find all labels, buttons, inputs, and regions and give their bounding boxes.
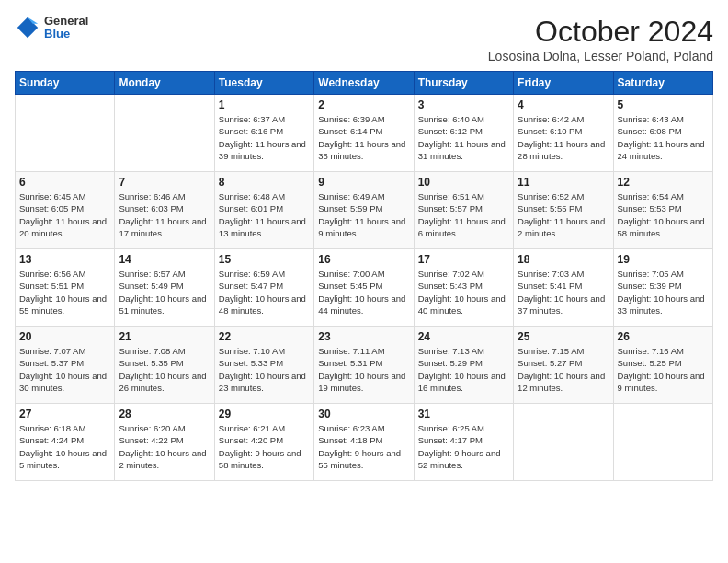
day-info: Sunrise: 6:49 AM Sunset: 5:59 PM Dayligh… bbox=[318, 190, 409, 239]
day-cell: 21Sunrise: 7:08 AM Sunset: 5:35 PM Dayli… bbox=[115, 327, 214, 404]
day-cell: 12Sunrise: 6:54 AM Sunset: 5:53 PM Dayli… bbox=[613, 172, 712, 249]
location-title: Lososina Dolna, Lesser Poland, Poland bbox=[488, 49, 713, 63]
day-cell: 5Sunrise: 6:43 AM Sunset: 6:08 PM Daylig… bbox=[613, 95, 712, 172]
day-number: 15 bbox=[219, 253, 310, 266]
day-cell: 22Sunrise: 7:10 AM Sunset: 5:33 PM Dayli… bbox=[214, 327, 313, 404]
day-info: Sunrise: 6:42 AM Sunset: 6:10 PM Dayligh… bbox=[518, 113, 609, 162]
day-number: 9 bbox=[318, 176, 409, 189]
day-cell: 14Sunrise: 6:57 AM Sunset: 5:49 PM Dayli… bbox=[115, 249, 214, 327]
day-cell: 27Sunrise: 6:18 AM Sunset: 4:24 PM Dayli… bbox=[16, 404, 115, 481]
day-number: 19 bbox=[618, 253, 709, 266]
day-number: 10 bbox=[418, 176, 509, 189]
header-cell-sunday: Sunday bbox=[16, 72, 115, 95]
day-number: 12 bbox=[618, 176, 709, 189]
day-cell: 1Sunrise: 6:37 AM Sunset: 6:16 PM Daylig… bbox=[214, 95, 313, 172]
day-number: 2 bbox=[318, 98, 409, 111]
calendar-table: SundayMondayTuesdayWednesdayThursdayFrid… bbox=[15, 71, 713, 481]
day-number: 30 bbox=[318, 408, 409, 420]
header-cell-monday: Monday bbox=[115, 72, 214, 95]
day-info: Sunrise: 6:20 AM Sunset: 4:22 PM Dayligh… bbox=[119, 422, 210, 471]
header-cell-thursday: Thursday bbox=[414, 72, 513, 95]
day-info: Sunrise: 6:21 AM Sunset: 4:20 PM Dayligh… bbox=[219, 422, 310, 471]
day-info: Sunrise: 7:03 AM Sunset: 5:41 PM Dayligh… bbox=[518, 268, 609, 316]
day-number: 28 bbox=[119, 408, 210, 420]
page-header: General Blue October 2024 Lososina Dolna… bbox=[15, 15, 713, 63]
week-row-5: 27Sunrise: 6:18 AM Sunset: 4:24 PM Dayli… bbox=[16, 404, 713, 481]
calendar-body: 1Sunrise: 6:37 AM Sunset: 6:16 PM Daylig… bbox=[16, 95, 713, 481]
day-cell: 9Sunrise: 6:49 AM Sunset: 5:59 PM Daylig… bbox=[314, 172, 414, 249]
day-cell: 10Sunrise: 6:51 AM Sunset: 5:57 PM Dayli… bbox=[414, 172, 513, 249]
day-info: Sunrise: 7:10 AM Sunset: 5:33 PM Dayligh… bbox=[219, 345, 310, 394]
day-number: 3 bbox=[418, 98, 509, 111]
day-number: 18 bbox=[518, 253, 609, 266]
day-number: 23 bbox=[318, 330, 409, 343]
day-info: Sunrise: 6:59 AM Sunset: 5:47 PM Dayligh… bbox=[219, 268, 310, 316]
header-cell-wednesday: Wednesday bbox=[314, 72, 414, 95]
day-number: 17 bbox=[418, 253, 509, 266]
month-title: October 2024 bbox=[488, 15, 713, 49]
day-info: Sunrise: 7:02 AM Sunset: 5:43 PM Dayligh… bbox=[418, 268, 509, 316]
day-info: Sunrise: 7:16 AM Sunset: 5:25 PM Dayligh… bbox=[618, 345, 709, 394]
day-cell: 6Sunrise: 6:45 AM Sunset: 6:05 PM Daylig… bbox=[16, 172, 115, 249]
day-number: 16 bbox=[318, 253, 409, 266]
day-number: 26 bbox=[618, 330, 709, 343]
day-number: 7 bbox=[119, 176, 210, 189]
day-info: Sunrise: 6:39 AM Sunset: 6:14 PM Dayligh… bbox=[318, 113, 409, 162]
day-cell: 23Sunrise: 7:11 AM Sunset: 5:31 PM Dayli… bbox=[314, 327, 414, 404]
day-cell: 29Sunrise: 6:21 AM Sunset: 4:20 PM Dayli… bbox=[214, 404, 313, 481]
header-cell-friday: Friday bbox=[514, 72, 613, 95]
day-cell: 25Sunrise: 7:15 AM Sunset: 5:27 PM Dayli… bbox=[514, 327, 613, 404]
week-row-2: 6Sunrise: 6:45 AM Sunset: 6:05 PM Daylig… bbox=[16, 172, 713, 249]
day-info: Sunrise: 7:08 AM Sunset: 5:35 PM Dayligh… bbox=[119, 345, 210, 394]
day-number: 31 bbox=[418, 408, 509, 420]
day-info: Sunrise: 6:46 AM Sunset: 6:03 PM Dayligh… bbox=[119, 190, 210, 239]
day-number: 4 bbox=[518, 98, 609, 111]
day-number: 1 bbox=[219, 98, 310, 111]
day-number: 5 bbox=[618, 98, 709, 111]
day-cell: 17Sunrise: 7:02 AM Sunset: 5:43 PM Dayli… bbox=[414, 249, 513, 327]
day-cell: 15Sunrise: 6:59 AM Sunset: 5:47 PM Dayli… bbox=[214, 249, 313, 327]
logo-blue-text: Blue bbox=[44, 28, 88, 40]
day-cell bbox=[613, 404, 712, 481]
day-number: 8 bbox=[219, 176, 310, 189]
day-info: Sunrise: 6:45 AM Sunset: 6:05 PM Dayligh… bbox=[19, 190, 110, 239]
day-info: Sunrise: 7:00 AM Sunset: 5:45 PM Dayligh… bbox=[318, 268, 409, 316]
day-number: 6 bbox=[19, 176, 110, 189]
logo-general-text: General bbox=[44, 15, 88, 28]
title-area: October 2024 Lososina Dolna, Lesser Pola… bbox=[488, 15, 713, 63]
day-info: Sunrise: 6:40 AM Sunset: 6:12 PM Dayligh… bbox=[418, 113, 509, 162]
day-cell: 26Sunrise: 7:16 AM Sunset: 5:25 PM Dayli… bbox=[613, 327, 712, 404]
day-number: 25 bbox=[518, 330, 609, 343]
day-info: Sunrise: 7:13 AM Sunset: 5:29 PM Dayligh… bbox=[418, 345, 509, 394]
day-info: Sunrise: 6:57 AM Sunset: 5:49 PM Dayligh… bbox=[119, 268, 210, 316]
day-info: Sunrise: 6:23 AM Sunset: 4:18 PM Dayligh… bbox=[318, 422, 409, 471]
day-cell: 20Sunrise: 7:07 AM Sunset: 5:37 PM Dayli… bbox=[16, 327, 115, 404]
day-info: Sunrise: 6:52 AM Sunset: 5:55 PM Dayligh… bbox=[518, 190, 609, 239]
day-number: 11 bbox=[518, 176, 609, 189]
day-number: 27 bbox=[19, 408, 110, 420]
day-info: Sunrise: 7:11 AM Sunset: 5:31 PM Dayligh… bbox=[318, 345, 409, 394]
day-number: 14 bbox=[119, 253, 210, 266]
day-number: 21 bbox=[119, 330, 210, 343]
day-info: Sunrise: 6:37 AM Sunset: 6:16 PM Dayligh… bbox=[219, 113, 310, 162]
day-number: 24 bbox=[418, 330, 509, 343]
day-cell: 3Sunrise: 6:40 AM Sunset: 6:12 PM Daylig… bbox=[414, 95, 513, 172]
day-cell: 18Sunrise: 7:03 AM Sunset: 5:41 PM Dayli… bbox=[514, 249, 613, 327]
day-cell: 7Sunrise: 6:46 AM Sunset: 6:03 PM Daylig… bbox=[115, 172, 214, 249]
svg-marker-0 bbox=[17, 17, 38, 38]
day-cell: 19Sunrise: 7:05 AM Sunset: 5:39 PM Dayli… bbox=[613, 249, 712, 327]
day-info: Sunrise: 7:15 AM Sunset: 5:27 PM Dayligh… bbox=[518, 345, 609, 394]
day-info: Sunrise: 6:43 AM Sunset: 6:08 PM Dayligh… bbox=[618, 113, 709, 162]
day-number: 20 bbox=[19, 330, 110, 343]
logo: General Blue bbox=[15, 15, 88, 41]
day-info: Sunrise: 7:05 AM Sunset: 5:39 PM Dayligh… bbox=[618, 268, 709, 316]
day-info: Sunrise: 6:48 AM Sunset: 6:01 PM Dayligh… bbox=[219, 190, 310, 239]
week-row-3: 13Sunrise: 6:56 AM Sunset: 5:51 PM Dayli… bbox=[16, 249, 713, 327]
day-cell bbox=[514, 404, 613, 481]
day-number: 22 bbox=[219, 330, 310, 343]
day-number: 13 bbox=[19, 253, 110, 266]
day-cell: 8Sunrise: 6:48 AM Sunset: 6:01 PM Daylig… bbox=[214, 172, 313, 249]
week-row-1: 1Sunrise: 6:37 AM Sunset: 6:16 PM Daylig… bbox=[16, 95, 713, 172]
day-cell: 4Sunrise: 6:42 AM Sunset: 6:10 PM Daylig… bbox=[514, 95, 613, 172]
day-cell bbox=[16, 95, 115, 172]
